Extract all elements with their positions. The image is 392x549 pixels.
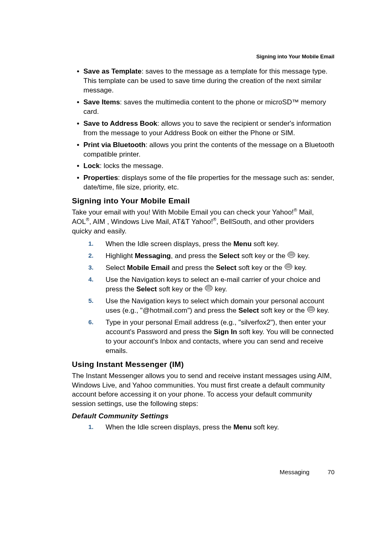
step-text: Use the Navigation keys to select which … [106, 297, 329, 314]
list-item: Save Items: saves the multimedia content… [72, 98, 334, 117]
list-item: Print via Bluetooth: allows you print th… [72, 141, 334, 159]
reg-mark: ® [86, 217, 89, 222]
page-footer: Messaging 70 [280, 468, 334, 475]
bullet-title: Print via Bluetooth [83, 141, 145, 149]
section1-intro: Take your email with you! With Mobile Em… [72, 208, 334, 236]
list-item: 2.Highlight Messaging, and press the Sel… [72, 251, 334, 261]
list-item: Save to Address Book: allows you to save… [72, 119, 334, 138]
section-heading-signing-in: Signing into Your Mobile Email [72, 196, 334, 205]
top-bullet-list: Save as Template: saves to the message a… [72, 67, 334, 192]
step-number: 2. [88, 251, 94, 260]
step-text: When the Idle screen displays, press the… [106, 240, 279, 248]
list-item: 1.When the Idle screen displays, press t… [72, 240, 334, 249]
running-header: Signing into Your Mobile Email [72, 53, 334, 60]
step-text: Use the Navigation keys to select an e-m… [106, 276, 321, 293]
footer-chapter: Messaging [280, 468, 310, 475]
list-item: Properties: displays some of the file pr… [72, 173, 334, 192]
intro-text: , AIM , Windows Live Mail, AT&T Yahoo! [89, 218, 213, 226]
list-item: Save as Template: saves to the message a… [72, 67, 334, 95]
step-number: 6. [88, 318, 94, 326]
reg-mark: ® [294, 208, 297, 213]
bullet-title: Properties [83, 174, 118, 182]
ok-key-icon [287, 251, 295, 261]
subsection-steps: 1.When the Idle screen displays, press t… [72, 423, 334, 432]
bullet-text: : locks the message. [100, 162, 164, 170]
step-number: 5. [88, 297, 94, 305]
list-item: 1.When the Idle screen displays, press t… [72, 423, 334, 432]
bullet-text: : saves the multimedia content to the ph… [83, 98, 326, 115]
list-item: 6.Type in your personal Email address (e… [72, 318, 334, 356]
ok-key-icon [307, 306, 315, 316]
section1-steps: 1.When the Idle screen displays, press t… [72, 240, 334, 356]
bullet-title: Save as Template [83, 67, 141, 75]
ok-key-icon [284, 263, 293, 273]
step-number: 4. [88, 275, 94, 284]
step-text: When the Idle screen displays, press the… [106, 423, 279, 431]
section2-intro: The Instant Messenger allows you to send… [72, 371, 334, 409]
step-text: Type in your personal Email address (e.g… [106, 318, 334, 355]
list-item: 3.Select Mobile Email and press the Sele… [72, 263, 334, 273]
step-text: Select Mobile Email and press the Select… [106, 264, 307, 272]
list-item: Lock: locks the message. [72, 161, 334, 171]
ok-key-icon [205, 285, 213, 294]
list-item: 4.Use the Navigation keys to select an e… [72, 275, 334, 294]
step-number: 1. [88, 240, 94, 248]
sub-heading-default-community: Default Community Settings [72, 412, 334, 420]
bullet-text: : displays some of the file properties f… [83, 174, 334, 191]
bullet-title: Save Items [83, 98, 120, 106]
step-number: 1. [88, 423, 94, 431]
footer-page-number: 70 [327, 468, 334, 475]
list-item: 5.Use the Navigation keys to select whic… [72, 297, 334, 316]
bullet-title: Save to Address Book [83, 120, 157, 127]
section-heading-im: Using Instant Messenger (IM) [72, 360, 334, 369]
bullet-title: Lock [83, 162, 100, 170]
step-text: Highlight Messaging, and press the Selec… [106, 252, 310, 260]
intro-text: Take your email with you! With Mobile Em… [72, 208, 294, 216]
step-number: 3. [88, 263, 94, 272]
